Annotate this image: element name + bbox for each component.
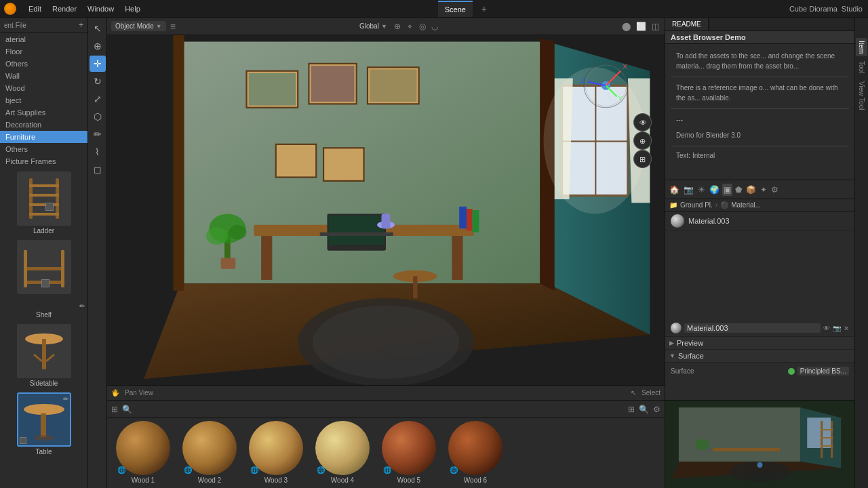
mode-selector[interactable]: Object Mode ▼ xyxy=(111,21,166,31)
svg-text:X: X xyxy=(623,62,627,70)
material-wood3[interactable]: 🌐 Wood 3 xyxy=(245,421,307,485)
prop-icon-scene[interactable]: 🏠 xyxy=(668,184,681,196)
asset-table[interactable]: ✏ Table xyxy=(3,392,85,455)
prop-icon-settings[interactable]: ⚙ xyxy=(770,184,780,196)
cat-art-supplies[interactable]: Art Supplies xyxy=(0,106,87,119)
bottom-search2-icon[interactable]: 🔍 xyxy=(639,405,649,414)
prop-icon-modifier[interactable]: ⬟ xyxy=(734,184,743,196)
cat-furniture[interactable]: Furniture xyxy=(0,131,87,143)
mat-icon-del[interactable]: ✕ xyxy=(844,325,849,332)
cat-floor[interactable]: Floor xyxy=(0,45,87,58)
menu-render[interactable]: Render xyxy=(47,0,82,18)
menu-edit[interactable]: Edit xyxy=(23,0,47,18)
preview-expand-icon: ▶ xyxy=(669,340,674,346)
tool-add[interactable]: ◻ xyxy=(90,161,106,178)
material-globe-icon4: 🌐 xyxy=(317,466,325,474)
bottom-settings-icon[interactable]: ⚙ xyxy=(653,405,660,414)
bottom-search-icon[interactable]: 🔍 xyxy=(122,405,132,414)
svg-point-40 xyxy=(206,227,228,245)
select-label: Select xyxy=(642,389,660,396)
pan-view-icon: 🖐 xyxy=(111,389,119,396)
svg-rect-77 xyxy=(713,448,781,451)
blender-header: Edit Render Window Help Scene + Cube Dio… xyxy=(0,0,868,18)
surface-shader-name[interactable]: Principled BS... xyxy=(797,367,849,375)
svg-point-44 xyxy=(313,306,459,379)
mat-slot-003[interactable]: Material.003 xyxy=(665,211,854,231)
mat-name-display[interactable]: Material.003 xyxy=(684,323,821,333)
viewport-area: Object Mode ▼ ≡ Global ▼ ⊕ ⌖ ◎ ◡ ⬤ ⬜ ◫ xyxy=(107,18,665,488)
prop-icon-particle[interactable]: 📦 xyxy=(745,184,757,196)
pivot-icon[interactable]: ⊕ xyxy=(394,22,401,31)
tool-measure[interactable]: ⌇ xyxy=(90,144,106,160)
add-workspace-tab[interactable]: + xyxy=(477,1,492,16)
mat-icon-eye[interactable]: 👁 xyxy=(823,325,830,332)
material-wood5[interactable]: 🌐 Wood 5 xyxy=(378,421,439,485)
left-add-btn[interactable]: + xyxy=(79,20,83,30)
engine-selector[interactable]: Cube Diorama xyxy=(789,5,837,13)
tool-transform[interactable]: ⬡ xyxy=(90,108,106,125)
view-mode-solid[interactable]: ⬜ xyxy=(636,22,646,31)
tool-cursor[interactable]: ⊕ xyxy=(90,38,106,54)
bottom-filter-icon[interactable]: ⊞ xyxy=(111,405,118,414)
cat-object[interactable]: bject xyxy=(0,94,87,106)
bottom-grid-icon[interactable]: ⊞ xyxy=(628,405,635,414)
viewport-options-icon[interactable]: ≡ xyxy=(170,21,176,32)
material-sphere-icon: ⚫ xyxy=(720,201,728,209)
asset-shelf[interactable]: ✏ Shelf xyxy=(3,240,85,319)
cat-wall[interactable]: Wall xyxy=(0,70,87,82)
tool-select[interactable]: ↖ xyxy=(90,20,106,37)
prop-icon-view[interactable]: 🌍 xyxy=(708,184,721,196)
far-tab-tool[interactable]: Tool xyxy=(856,58,867,76)
asset-ladder[interactable]: Ladder xyxy=(3,171,85,235)
svg-rect-4 xyxy=(29,203,59,206)
material-wood5-sphere: 🌐 xyxy=(382,421,436,475)
cat-material[interactable]: aterial xyxy=(0,33,87,45)
coord-system[interactable]: Global ▼ xyxy=(359,22,387,30)
material-wood4-label: Wood 4 xyxy=(331,476,354,484)
menu-window[interactable]: Window xyxy=(82,0,119,18)
svg-point-85 xyxy=(757,462,763,468)
material-wood3-label: Wood 3 xyxy=(264,476,288,484)
material-globe-icon6: 🌐 xyxy=(450,466,458,474)
readme-blender-version: Demo for Blender 3.0 xyxy=(671,127,849,143)
asset-sidetable[interactable]: Sidetable xyxy=(3,324,85,387)
material-wood2[interactable]: 🌐 Wood 2 xyxy=(179,421,240,485)
readme-text1: To add the assets to the sce... and chan… xyxy=(671,48,849,74)
mat-icon-cam[interactable]: 📷 xyxy=(833,325,841,332)
svg-rect-35 xyxy=(459,207,467,228)
tool-rotate[interactable]: ↻ xyxy=(90,73,106,89)
readme-content: To add the assets to the sce... and chan… xyxy=(665,44,854,180)
svg-rect-36 xyxy=(467,209,473,230)
proportional-icon[interactable]: ◎ xyxy=(419,22,426,31)
tool-move[interactable]: ✛ xyxy=(90,56,106,72)
prop-icon-object[interactable]: ▣ xyxy=(722,184,732,196)
cat-others2[interactable]: Others xyxy=(0,143,87,155)
mat-preview-ball-small xyxy=(671,323,682,333)
preview-section-header[interactable]: ▶ Preview xyxy=(665,337,854,350)
prop-icon-material[interactable]: ✦ xyxy=(759,184,768,196)
snap-icon[interactable]: ⌖ xyxy=(408,22,412,31)
cat-wood[interactable]: Wood xyxy=(0,82,87,94)
asset-grid: Ladder ✏ Shelf xyxy=(0,169,87,488)
far-tab-item[interactable]: Item xyxy=(856,38,867,56)
material-wood6[interactable]: 🌐 Wood 6 xyxy=(445,421,506,485)
far-tab-view[interactable]: View Tool xyxy=(856,79,867,113)
material-wood1[interactable]: 🌐 Wood 1 xyxy=(113,421,174,485)
menu-help[interactable]: Help xyxy=(119,0,146,18)
falloff-icon[interactable]: ◡ xyxy=(431,22,438,31)
view-mode-render[interactable]: ⬤ xyxy=(622,22,631,31)
tab-scene[interactable]: Scene xyxy=(438,1,473,17)
cat-decoration[interactable]: Decoration xyxy=(0,119,87,131)
tab-readme[interactable]: README xyxy=(665,18,709,30)
cat-picture-frames[interactable]: Picture Frames xyxy=(0,155,87,167)
prop-icon-render[interactable]: 📷 xyxy=(682,184,695,196)
tool-scale[interactable]: ⤢ xyxy=(90,91,106,107)
surface-section-header[interactable]: ▼ Surface xyxy=(665,350,854,363)
tool-annotate[interactable]: ✏ xyxy=(90,126,106,142)
view-mode-wire[interactable]: ◫ xyxy=(652,22,659,31)
3d-viewport[interactable]: X Y Z 👁 ⊕ ⊞ 🖐 Pan View xyxy=(107,35,665,400)
cat-others1[interactable]: Others xyxy=(0,58,87,70)
material-wood4[interactable]: 🌐 Wood 4 xyxy=(312,421,373,485)
prop-icon-output[interactable]: ☀ xyxy=(696,184,707,196)
material-wood1-sphere: 🌐 xyxy=(116,421,170,475)
